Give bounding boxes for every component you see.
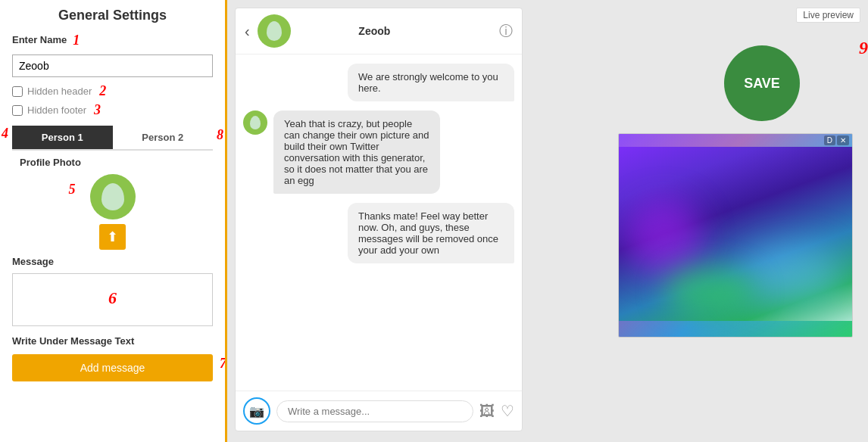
right-area: ‹ Zeoob ⓘ We are strongly welcome to you… (227, 0, 868, 442)
message-row-left-1: Yeah that is crazy, but people can chang… (243, 110, 514, 194)
annotation-5: 5 (69, 182, 76, 198)
hidden-footer-label: Hidden footer (27, 104, 86, 116)
person1-tab[interactable]: Person 1 (12, 126, 113, 149)
heart-icon[interactable]: ♡ (501, 402, 514, 420)
chat-phone: ‹ Zeoob ⓘ We are strongly welcome to you… (235, 8, 523, 431)
chat-messages: We are strongly welcome to you here. Yea… (236, 54, 522, 391)
ad-close[interactable]: ✕ (837, 135, 849, 145)
annotation-9: 9 (859, 38, 868, 58)
profile-photo-label: Profile Photo (20, 157, 81, 168)
chat-header: ‹ Zeoob ⓘ (236, 8, 522, 54)
enter-name-label: Enter Name (12, 34, 67, 45)
panel-title: General Settings (12, 8, 213, 23)
message-label: Message (12, 256, 213, 267)
ad-label: D (824, 135, 835, 145)
preview-area: Live preview SAVE 9 D ✕ (523, 8, 860, 434)
name-input[interactable] (12, 54, 213, 77)
ad-box: D ✕ (618, 133, 853, 338)
save-area: SAVE 9 (701, 30, 860, 133)
annotation-2: 2 (99, 83, 106, 99)
hidden-header-label: Hidden header (27, 86, 92, 97)
ad-label-row: D ✕ (619, 134, 852, 147)
message-textarea[interactable] (12, 273, 213, 326)
hidden-footer-checkbox[interactable] (12, 105, 23, 116)
annotation-8: 8 (217, 127, 223, 143)
profile-photo-section: Profile Photo 5 ⬆ (12, 157, 213, 250)
message-bubble-left-1: Yeah that is crazy, but people can chang… (273, 110, 440, 194)
under-message-label: Write Under Message Text (12, 335, 213, 347)
info-icon[interactable]: ⓘ (499, 22, 513, 40)
message-bubble-right-2: Thanks mate! Feel way better now. Oh, an… (348, 203, 514, 263)
message-bubble-right-1: We are strongly welcome to you here. (348, 64, 514, 101)
upload-photo-button[interactable]: ⬆ (99, 224, 126, 250)
annotation-3: 3 (94, 102, 101, 118)
camera-icon: 📷 (249, 404, 264, 419)
left-panel: General Settings Enter Name 1 Hidden hea… (0, 0, 227, 442)
annotation-7: 7 (220, 356, 226, 372)
chat-input-row: 📷 🖼 ♡ (236, 391, 522, 431)
person-tabs: Person 1 Person 2 8 (12, 126, 213, 151)
save-button[interactable]: SAVE (724, 45, 800, 121)
annotation-4: 4 (2, 126, 8, 142)
person2-tab[interactable]: Person 2 8 (113, 126, 214, 149)
image-icon[interactable]: 🖼 (479, 403, 495, 420)
egg-shape (101, 183, 124, 210)
avatar (90, 174, 136, 219)
msg-avatar (243, 110, 267, 135)
msg-egg-shape (250, 116, 261, 129)
camera-button[interactable]: 📷 (243, 397, 270, 425)
chat-header-name: Zeoob (258, 25, 492, 37)
message-input[interactable] (276, 400, 473, 422)
ad-visual (619, 147, 852, 321)
add-message-button[interactable]: Add message (12, 354, 213, 381)
upload-icon: ⬆ (107, 229, 118, 244)
annotation-1: 1 (73, 33, 80, 48)
back-arrow[interactable]: ‹ (245, 23, 250, 40)
hidden-header-checkbox[interactable] (12, 86, 23, 97)
live-preview-label: Live preview (796, 8, 860, 23)
